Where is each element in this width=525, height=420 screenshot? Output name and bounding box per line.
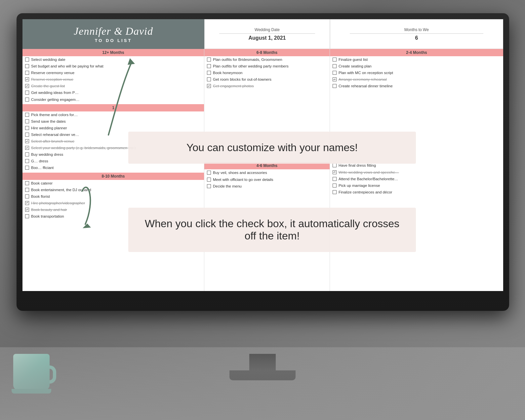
checkbox-text: When you click the check box, it automat… (145, 218, 399, 242)
checkbox[interactable] (333, 64, 337, 68)
checkbox[interactable] (25, 152, 29, 156)
item-text: Pick theme and colors for… (31, 112, 78, 117)
checkbox[interactable] (207, 84, 211, 88)
checkbox[interactable] (25, 201, 29, 205)
checkbox[interactable] (25, 119, 29, 123)
item-text: Select your wedding party (e.g. bridesma… (31, 145, 136, 150)
item-text: Boo… fficiant (31, 165, 54, 170)
monitor: Jennifer & David TO DO LIST Wedding Date… (17, 13, 509, 311)
list-item[interactable]: Meet with officiant to go over details (204, 176, 330, 183)
list-item[interactable]: Pick up marriage license (330, 182, 503, 189)
list-item[interactable]: Plan outfits for Bridesmaids, Groomsmen (204, 56, 330, 63)
item-text: Get room blocks for out-of-towners (213, 77, 271, 82)
list-item[interactable]: Plan outfits for other wedding party mem… (204, 63, 330, 69)
checkbox[interactable] (25, 64, 29, 68)
list-item[interactable]: Finalize guest list (330, 56, 503, 63)
section-12plus-header: 12+ Months (22, 49, 204, 56)
checkbox[interactable] (333, 58, 337, 62)
checkbox[interactable] (25, 91, 29, 95)
item-text: Set budget and who will be paying for wh… (31, 63, 103, 69)
checkbox[interactable] (333, 84, 337, 88)
checkbox[interactable] (25, 194, 29, 198)
item-text: Finalize centrepieces and décor (339, 189, 392, 195)
item-text: Send save the dates (31, 119, 66, 124)
item-text: Arrange ceremony rehearsal (339, 77, 387, 82)
item-text: Decide the menu (213, 184, 242, 189)
checkbox[interactable] (25, 139, 29, 143)
list-item[interactable]: Create rehearsal dinner timeline (330, 83, 503, 89)
checkbox[interactable] (25, 166, 29, 170)
checkbox[interactable] (207, 64, 211, 68)
checkbox[interactable] (25, 146, 29, 150)
checkbox[interactable] (333, 77, 337, 81)
list-item[interactable]: Write wedding vows and speeche… (330, 169, 503, 176)
months-value: 6 (415, 35, 418, 41)
checkbox[interactable] (25, 188, 29, 192)
list-item[interactable]: Book florist (22, 193, 204, 200)
checkbox[interactable] (333, 71, 337, 75)
checkbox[interactable] (25, 113, 29, 117)
list-item[interactable]: Book caterer (22, 180, 204, 187)
checkbox[interactable] (207, 171, 211, 175)
list-item[interactable]: Attend the Bachelor/Bachelorette… (330, 176, 503, 182)
wedding-date-value: August 1, 2021 (249, 35, 286, 41)
checkbox[interactable] (207, 178, 211, 182)
list-item[interactable]: Boo… fficiant (22, 164, 204, 171)
item-text: Consider getting engagem… (31, 97, 79, 102)
item-text: Select after brunch venue (31, 139, 74, 144)
checkbox[interactable] (207, 71, 211, 75)
list-item[interactable]: Book entertainment, the DJ or band (22, 187, 204, 193)
list-item[interactable]: Plan with MC on reception script (330, 69, 503, 76)
checkbox[interactable] (25, 214, 29, 218)
item-text: Select wedding date (31, 57, 65, 62)
subtitle: TO DO LIST (95, 38, 132, 43)
list-item[interactable]: Create seating plan (330, 63, 503, 69)
item-text: Buy wedding dress (31, 152, 63, 157)
checkbox[interactable] (25, 159, 29, 163)
checkbox[interactable] (207, 77, 211, 81)
checkbox[interactable] (25, 208, 29, 212)
item-text: Plan outfits for Bridesmaids, Groomsmen (213, 57, 282, 62)
list-item[interactable]: Create the guest list (22, 83, 204, 89)
list-item[interactable]: Reserve reception venue (22, 76, 204, 83)
checkbox[interactable] (333, 163, 337, 167)
item-text: Book caterer (31, 181, 53, 186)
list-item[interactable]: Consider getting engagem… (22, 96, 204, 103)
checkbox[interactable] (25, 71, 29, 75)
item-text: Book honeymoon (213, 70, 243, 75)
list-item[interactable]: Get wedding ideas from P… (22, 89, 204, 96)
section-2-4-header: 2-4 Months (330, 49, 503, 56)
checkbox[interactable] (25, 84, 29, 88)
checkbox[interactable] (25, 181, 29, 185)
item-text: Create rehearsal dinner timeline (339, 83, 393, 89)
list-item[interactable]: Hire photographer/videographer (22, 200, 204, 206)
checkbox[interactable] (25, 77, 29, 81)
list-item[interactable]: Send save the dates (22, 118, 204, 125)
checkbox[interactable] (25, 98, 29, 102)
list-item[interactable]: Reserve ceremony venue (22, 69, 204, 76)
list-item[interactable]: Select wedding date (22, 56, 204, 63)
item-text: Create seating plan (339, 63, 372, 69)
list-item[interactable]: Finalize centrepieces and décor (330, 189, 503, 195)
checkbox[interactable] (207, 184, 211, 188)
checkbox[interactable] (25, 58, 29, 62)
list-item[interactable]: Arrange ceremony rehearsal (330, 76, 503, 83)
list-item[interactable]: Pick theme and colors for… (22, 111, 204, 118)
checkbox[interactable] (333, 190, 337, 194)
list-item[interactable]: Hire wedding planner (22, 125, 204, 131)
checkbox[interactable] (333, 170, 337, 174)
list-item[interactable]: Buy veil, shoes and accessories (204, 169, 330, 176)
item-text: Reserve reception venue (31, 77, 73, 82)
checkbox[interactable] (333, 184, 337, 188)
list-item[interactable]: Get engagement photos (204, 83, 330, 89)
checkbox[interactable] (25, 133, 29, 137)
list-item[interactable]: Get room blocks for out-of-towners (204, 76, 330, 83)
checkbox[interactable] (333, 177, 337, 181)
item-text: Get engagement photos (213, 83, 254, 89)
list-item[interactable]: Set budget and who will be paying for wh… (22, 63, 204, 69)
spreadsheet-title-header: Jennifer & David TO DO LIST (22, 19, 204, 49)
list-item[interactable]: Book honeymoon (204, 69, 330, 76)
checkbox[interactable] (25, 126, 29, 130)
checkbox[interactable] (207, 58, 211, 62)
list-item[interactable]: Decide the menu (204, 183, 330, 189)
